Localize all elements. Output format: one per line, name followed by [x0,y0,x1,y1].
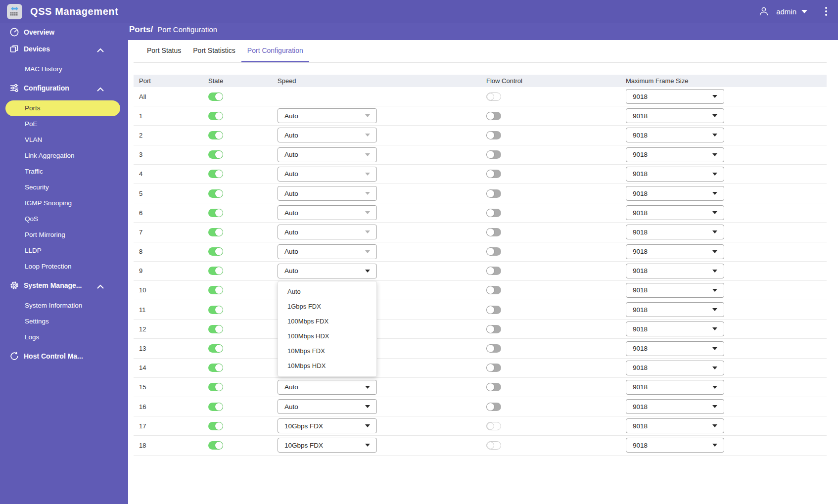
sidebar-item-qos[interactable]: QoS [0,211,128,227]
sidebar-item-port-mirroring[interactable]: Port Mirroring [0,227,128,243]
flow-control-toggle[interactable] [486,403,501,411]
speed-option-10mbps-fdx[interactable]: 10Mbps FDX [278,344,376,359]
speed-select[interactable]: Auto [278,264,377,278]
frame-size-select[interactable]: 9018 [626,264,724,278]
sidebar-item-host-control-ma[interactable]: Host Control Ma... [0,348,128,365]
frame-size-select[interactable]: 9018 [626,244,724,259]
speed-select[interactable]: Auto [278,108,377,123]
speed-option-100mbps-fdx[interactable]: 100Mbps FDX [278,314,376,329]
speed-select[interactable]: Auto [278,128,377,142]
state-toggle[interactable] [208,209,223,217]
tab-port-status[interactable]: Port Status [141,40,187,62]
user-caret-down-icon[interactable] [801,10,807,13]
sidebar-item-security[interactable]: Security [0,180,128,195]
state-toggle[interactable] [208,422,223,430]
sidebar-item-lldp[interactable]: LLDP [0,243,128,259]
frame-size-select[interactable]: 9018 [626,128,724,142]
tab-port-statistics[interactable]: Port Statistics [187,40,241,62]
speed-select[interactable]: Auto [278,205,377,220]
flow-control-toggle[interactable] [486,131,501,139]
flow-control-toggle[interactable] [486,344,501,353]
speed-option-auto[interactable]: Auto [278,284,376,299]
speed-select[interactable]: Auto [278,225,377,239]
frame-size-select[interactable]: 9018 [626,380,724,395]
speed-select[interactable]: Auto [278,147,377,162]
frame-size-select[interactable]: 9018 [626,321,724,336]
state-toggle[interactable] [208,364,223,372]
flow-control-toggle[interactable] [486,228,501,236]
tab-port-configuration[interactable]: Port Configuration [241,40,309,62]
speed-select[interactable]: Auto [278,380,377,395]
frame-size-select[interactable]: 9018 [626,361,724,375]
user-menu[interactable]: admin [776,7,796,16]
state-toggle[interactable] [208,92,223,101]
flow-control-toggle[interactable] [486,267,501,275]
frame-size-select[interactable]: 9018 [626,89,724,104]
chevron-up-icon[interactable] [96,46,104,51]
frame-size-select[interactable]: 9018 [626,399,724,414]
flow-control-toggle[interactable] [486,209,501,217]
chevron-up-icon[interactable] [96,283,104,288]
state-toggle[interactable] [208,325,223,333]
sidebar-item-igmp-snooping[interactable]: IGMP Snooping [0,195,128,211]
frame-size-select[interactable]: 9018 [626,225,724,239]
speed-select[interactable]: 10Gbps FDX [278,438,377,453]
sidebar-item-ports[interactable]: Ports [5,100,120,116]
flow-control-toggle[interactable] [486,150,501,159]
sidebar-item-poe[interactable]: PoE [0,116,128,132]
sidebar-item-mac-history[interactable]: MAC History [0,61,128,77]
sidebar-item-system-information[interactable]: System Information [0,298,128,314]
frame-size-select[interactable]: 9018 [626,341,724,356]
speed-select[interactable]: Auto [278,167,377,182]
state-toggle[interactable] [208,286,223,294]
state-toggle[interactable] [208,441,223,450]
flow-control-toggle[interactable] [486,383,501,391]
chevron-up-icon[interactable] [96,86,104,91]
sidebar-item-vlan[interactable]: VLAN [0,132,128,148]
state-toggle[interactable] [208,247,223,256]
speed-select[interactable]: Auto [278,186,377,201]
state-toggle[interactable] [208,131,223,139]
flow-control-toggle[interactable] [486,170,501,178]
state-toggle[interactable] [208,383,223,391]
frame-size-select[interactable]: 9018 [626,205,724,220]
flow-control-toggle[interactable] [486,325,501,333]
flow-control-toggle[interactable] [486,112,501,120]
speed-option-10mbps-hdx[interactable]: 10Mbps HDX [278,359,376,373]
state-toggle[interactable] [208,170,223,178]
frame-size-select[interactable]: 9018 [626,147,724,162]
frame-size-select[interactable]: 9018 [626,438,724,453]
speed-option-100mbps-hdx[interactable]: 100Mbps HDX [278,329,376,344]
frame-size-select[interactable]: 9018 [626,302,724,317]
sidebar-item-devices[interactable]: Devices [0,41,128,57]
state-toggle[interactable] [208,267,223,275]
sidebar-item-system-manage[interactable]: System Manage... [0,277,128,294]
sidebar-item-logs[interactable]: Logs [0,329,128,345]
flow-control-toggle[interactable] [486,189,501,198]
state-toggle[interactable] [208,306,223,314]
flow-control-toggle[interactable] [486,247,501,256]
sidebar-item-overview[interactable]: Overview [0,24,128,41]
sidebar-item-settings[interactable]: Settings [0,314,128,329]
sidebar-item-loop-protection[interactable]: Loop Protection [0,259,128,275]
frame-size-select[interactable]: 9018 [626,418,724,433]
sidebar-item-configuration[interactable]: Configuration [0,80,128,96]
frame-size-select[interactable]: 9018 [626,167,724,182]
sidebar-item-link-aggregation[interactable]: Link Aggregation [0,148,128,164]
state-toggle[interactable] [208,344,223,353]
sidebar-item-traffic[interactable]: Traffic [0,164,128,180]
speed-option-1gbps-fdx[interactable]: 1Gbps FDX [278,299,376,314]
flow-control-toggle[interactable] [486,364,501,372]
speed-select[interactable]: Auto [278,244,377,259]
state-toggle[interactable] [208,112,223,120]
speed-select[interactable]: Auto [278,399,377,414]
state-toggle[interactable] [208,228,223,236]
state-toggle[interactable] [208,150,223,159]
state-toggle[interactable] [208,403,223,411]
frame-size-select[interactable]: 9018 [626,186,724,201]
flow-control-toggle[interactable] [486,306,501,314]
frame-size-select[interactable]: 9018 [626,108,724,123]
kebab-menu-icon[interactable] [825,7,827,16]
state-toggle[interactable] [208,189,223,198]
flow-control-toggle[interactable] [486,286,501,294]
